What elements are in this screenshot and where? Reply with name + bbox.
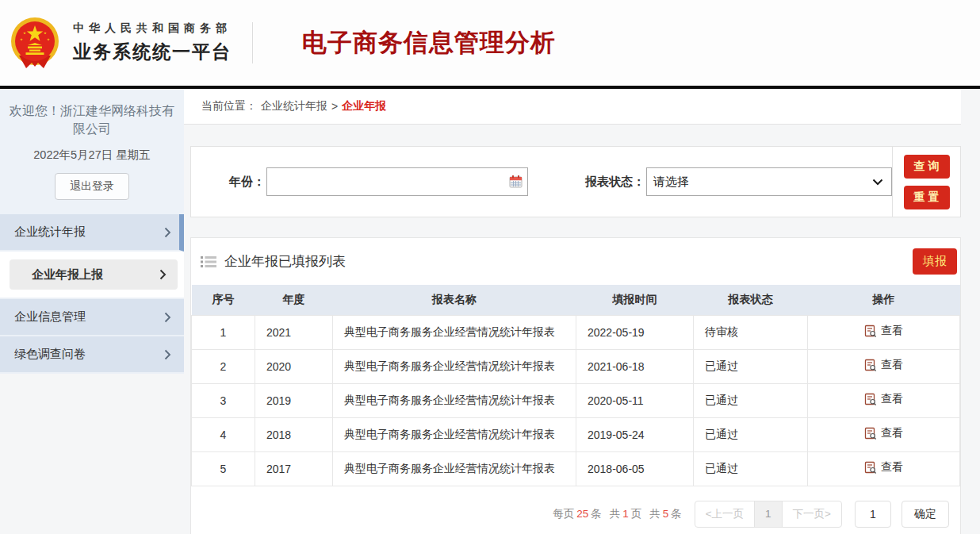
cell-no: 4 [192,417,255,451]
sidebar-menu: 企业统计年报 企业年报上报 企业信息管理 绿色调查问卷 [0,214,184,374]
cell-action: 查看 [808,349,960,383]
per-page-value: 25 [576,508,588,520]
cell-status: 已通过 [694,417,808,451]
cell-year: 2020 [255,349,333,383]
per-page-unit: 条 [591,508,602,520]
col-header-year: 年度 [255,285,333,315]
cell-no: 2 [192,349,255,383]
cell-fill-time: 2018-06-05 [576,451,694,486]
cell-fill-time: 2019-05-24 [576,417,694,451]
items-unit: 条 [671,508,682,520]
pages-label: 共 [610,508,621,520]
table-row: 5 2017 典型电子商务服务企业经营情况统计年报表 2018-06-05 已通… [192,451,960,486]
total-items-stat: 共5条 [649,507,682,521]
view-document-icon [864,393,877,406]
col-header-name: 报表名称 [333,285,576,315]
status-select[interactable]: 请选择 [646,167,892,196]
sidebar-item-enterprise-info[interactable]: 企业信息管理 [0,299,184,336]
sidebar-submenu: 企业年报上报 [0,252,184,299]
fill-report-button[interactable]: 填报 [913,248,957,275]
per-page-stat: 每页25条 [553,507,602,521]
view-link-label: 查看 [881,324,903,338]
calendar-icon[interactable] [509,175,523,188]
breadcrumb-separator: > [331,100,338,113]
chevron-right-icon [164,349,171,360]
chevron-right-icon [159,269,167,280]
logout-button[interactable]: 退出登录 [55,173,129,200]
confirm-button[interactable]: 确定 [902,501,949,528]
view-document-icon [864,325,877,338]
view-document-icon [864,359,877,372]
cell-no: 1 [192,315,255,349]
next-page-button[interactable]: 下一页> [782,501,842,528]
reset-button[interactable]: 重 置 [904,186,950,209]
breadcrumb-parent[interactable]: 企业统计年报 [261,99,327,113]
cell-report-name: 典型电子商务服务企业经营情况统计年报表 [333,349,576,383]
national-emblem-icon [8,16,62,70]
cell-action: 查看 [808,417,960,451]
sidebar-item-label: 企业统计年报 [14,225,86,240]
sidebar-item-label: 企业年报上报 [32,267,103,282]
header: 中华人民共和国商务部 业务系统统一平台 电子商务信息管理分析 [0,0,980,86]
cell-status: 已通过 [694,349,808,383]
pager-group: <上一页 1 下一页> [695,501,842,528]
view-link[interactable]: 查看 [864,460,903,474]
search-actions: 查 询 重 置 [892,147,960,217]
items-value: 5 [663,508,669,520]
view-document-icon [864,427,877,440]
welcome-text: 欢迎您！浙江建华网络科技有限公司 [10,102,174,138]
search-panel: 年份： 报表状态： 请选择 [190,146,961,217]
cell-no: 5 [192,451,255,486]
cell-status: 待审核 [694,315,808,349]
view-link[interactable]: 查看 [864,426,903,440]
table-header-row: 序号 年度 报表名称 填报时间 报表状态 操作 [192,285,960,315]
view-link[interactable]: 查看 [864,392,903,406]
chevron-right-icon [164,227,171,238]
section-title: 企业年报已填报列表 [224,252,346,271]
cell-action: 查看 [808,383,960,417]
view-link-label: 查看 [881,460,903,474]
welcome-block: 欢迎您！浙江建华网络科技有限公司 2022年5月27日 星期五 退出登录 [0,89,184,214]
sidebar-item-annual-report-submit[interactable]: 企业年报上报 [10,259,178,290]
status-label: 报表状态： [585,175,645,190]
pagination: 每页25条 共1页 共5条 <上一页 1 下一页> 确定 [191,501,949,528]
view-link-label: 查看 [881,392,903,406]
cell-status: 已通过 [694,383,808,417]
cell-report-name: 典型电子商务服务企业经营情况统计年报表 [333,417,576,451]
page-jump-input[interactable] [855,501,891,528]
view-document-icon [864,461,877,474]
col-header-time: 填报时间 [576,285,694,315]
query-button[interactable]: 查 询 [904,155,950,179]
cell-report-name: 典型电子商务服务企业经营情况统计年报表 [333,383,576,417]
status-selected-value: 请选择 [653,175,689,190]
cell-year: 2019 [255,383,333,417]
sidebar-item-green-survey[interactable]: 绿色调查问卷 [0,336,184,374]
chevron-down-icon [872,179,883,186]
view-link[interactable]: 查看 [864,324,903,338]
view-link[interactable]: 查看 [864,358,903,372]
breadcrumb-current: 企业年报 [342,99,386,113]
pages-value: 1 [622,508,629,520]
annual-report-table: 序号 年度 报表名称 填报时间 报表状态 操作 1 2021 典型电子商务服务企… [191,285,960,486]
ministry-name: 中华人民共和国商务部 [73,21,232,36]
pages-unit: 页 [631,508,642,520]
cell-year: 2021 [255,315,333,349]
cell-fill-time: 2022-05-19 [576,315,694,349]
cell-action: 查看 [808,315,960,349]
cell-fill-time: 2020-05-11 [576,383,694,417]
list-header: 企业年报已填报列表 填报 [191,248,960,285]
list-icon [201,255,216,268]
sidebar-item-annual-statistics[interactable]: 企业统计年报 [0,214,184,252]
total-pages-stat: 共1页 [610,507,642,521]
col-header-action: 操作 [808,285,960,315]
prev-page-button[interactable]: <上一页 [695,501,755,528]
cell-action: 查看 [808,451,960,486]
sidebar-item-label: 绿色调查问卷 [14,347,86,362]
year-input[interactable] [266,167,528,196]
year-field-wrap [266,167,528,196]
cell-report-name: 典型电子商务服务企业经营情况统计年报表 [333,451,576,486]
year-label: 年份： [229,175,265,190]
chevron-right-icon [164,312,171,323]
header-divider [252,22,253,63]
view-link-label: 查看 [881,358,903,372]
